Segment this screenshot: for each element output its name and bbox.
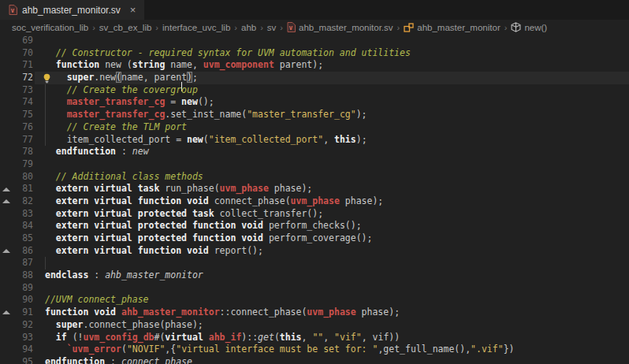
line-number[interactable]: 88	[13, 269, 33, 282]
code-line[interactable]: 74 master_transfer_cg = new();	[0, 96, 629, 109]
code-token: ,	[302, 332, 313, 343]
code-token	[116, 306, 121, 318]
line-number[interactable]: 70	[13, 47, 33, 60]
code-line[interactable]: 90//UVM connect_phase	[0, 294, 629, 306]
breadcrumb-item[interactable]: sv_cb_ex_lib	[99, 23, 151, 32]
code-line[interactable]: 69	[0, 35, 629, 47]
code-token: // Additional class methods	[45, 171, 203, 182]
code-line[interactable]: 95endfunction : connect_phase	[0, 356, 629, 364]
code-line[interactable]: 73 // Create the covergroup	[0, 84, 629, 97]
breadcrumb-separator-icon: ›	[230, 23, 241, 32]
code-text: endclass : ahb_master_monitor	[33, 269, 629, 282]
line-number[interactable]: 87	[13, 257, 33, 269]
line-number[interactable]: 71	[13, 59, 33, 72]
code-line[interactable]: 94 `uvm_error("NOVIF",{"virtual interfac…	[0, 344, 629, 356]
sv-file-icon: v	[287, 22, 296, 32]
gutter-triangle-icon[interactable]	[0, 183, 13, 195]
code-line[interactable]: 85 extern virtual protected function voi…	[0, 232, 629, 245]
code-line[interactable]: 87	[0, 257, 629, 269]
line-number[interactable]: 90	[13, 294, 33, 306]
code-line[interactable]: 81 extern virtual task run_phase(uvm_pha…	[0, 183, 629, 195]
line-number[interactable]: 77	[13, 134, 33, 147]
line-number[interactable]: 74	[13, 96, 33, 109]
tab-bar: v ahb_master_monitor.sv ×	[0, 0, 629, 20]
code-editor[interactable]: 6970 // Constructor - required syntax fo…	[0, 35, 629, 364]
line-number[interactable]: 80	[13, 171, 33, 184]
code-line[interactable]: 82 extern virtual function void connect_…	[0, 195, 629, 208]
gutter-glyph-margin	[0, 294, 13, 306]
gutter-triangle-icon[interactable]	[0, 306, 13, 319]
code-token: #(	[154, 332, 166, 343]
code-token: ::connect_phase(	[220, 306, 307, 318]
code-line[interactable]: 72 super.new(name, parent);	[0, 72, 629, 84]
code-line[interactable]: 70 // Constructor - required syntax for …	[0, 47, 629, 60]
code-text	[33, 158, 629, 171]
code-line[interactable]: 91function void ahb_master_monitor::conn…	[0, 306, 629, 319]
line-number[interactable]: 85	[13, 232, 33, 245]
code-line[interactable]: 88endclass : ahb_master_monitor	[0, 269, 629, 282]
breadcrumb-item[interactable]: ahb_master_monitor	[404, 23, 500, 32]
code-token: ahb_master_monitor	[105, 269, 203, 280]
line-number[interactable]: 84	[13, 220, 33, 232]
close-icon[interactable]: ×	[130, 5, 136, 15]
line-number[interactable]: 76	[13, 121, 33, 134]
code-token: function	[45, 59, 99, 70]
code-line[interactable]: 93 if (!uvm_config_db#(virtual ahb_if)::…	[0, 332, 629, 344]
line-number[interactable]: 75	[13, 109, 33, 121]
breadcrumb-item[interactable]: interface_uvc_lib	[162, 23, 230, 32]
line-number[interactable]: 91	[13, 306, 33, 319]
line-number[interactable]: 95	[13, 356, 33, 364]
breadcrumb-label: interface_uvc_lib	[162, 23, 230, 32]
code-line[interactable]: 78 endfunction : new	[0, 146, 629, 158]
code-line[interactable]: 86 extern virtual function void report()…	[0, 245, 629, 258]
line-number[interactable]: 72	[13, 72, 33, 84]
gutter-glyph-margin	[0, 220, 13, 232]
breadcrumb-item[interactable]: soc_verification_lib	[12, 23, 88, 32]
line-number[interactable]: 82	[13, 195, 33, 208]
code-token: // Create the TLM port	[45, 121, 187, 132]
line-number[interactable]: 94	[13, 344, 33, 356]
line-number[interactable]: 86	[13, 245, 33, 258]
line-number[interactable]: 93	[13, 332, 33, 344]
code-line[interactable]: 79	[0, 158, 629, 171]
gutter-glyph-margin	[0, 232, 13, 245]
code-token: extern virtual protected task	[45, 208, 214, 219]
line-number[interactable]: 79	[13, 158, 33, 171]
breadcrumb-item[interactable]: ahb	[241, 23, 256, 32]
code-line[interactable]: 75 master_transfer_cg.set_inst_name("mas…	[0, 109, 629, 121]
code-line[interactable]: 76 // Create the TLM port	[0, 121, 629, 134]
code-text: super.new(name, parent);	[33, 72, 629, 84]
code-line[interactable]: 92 super.connect_phase(phase);	[0, 319, 629, 332]
breadcrumb-item[interactable]: vahb_master_monitor.sv	[287, 22, 393, 32]
line-number[interactable]: 92	[13, 319, 33, 332]
code-token: (!	[67, 332, 84, 343]
line-number[interactable]: 78	[13, 146, 33, 158]
code-token: phase);	[269, 183, 312, 194]
code-token: (	[116, 72, 121, 83]
line-number[interactable]: 89	[13, 282, 33, 295]
code-token: (	[274, 332, 280, 343]
code-text: function void ahb_master_monitor::connec…	[33, 306, 629, 319]
breadcrumb-item[interactable]: sv	[267, 23, 277, 32]
line-number[interactable]: 73	[13, 84, 33, 97]
tab-ahb-master-monitor[interactable]: v ahb_master_monitor.sv ×	[0, 0, 144, 20]
code-line[interactable]: 80 // Additional class methods	[0, 171, 629, 184]
gutter-glyph-margin	[0, 72, 13, 84]
code-line[interactable]: 77 item_collected_port = new("item_colle…	[0, 134, 629, 147]
code-token: connect_phase(	[209, 195, 291, 206]
svg-text:v: v	[288, 24, 292, 32]
line-number[interactable]: 69	[13, 35, 33, 47]
code-line[interactable]: 84 extern virtual protected function voi…	[0, 220, 629, 232]
breadcrumb-separator-icon: ›	[88, 23, 99, 32]
gutter-triangle-icon[interactable]	[0, 245, 13, 258]
line-number[interactable]: 83	[13, 208, 33, 221]
line-number[interactable]: 81	[13, 183, 33, 195]
code-token: super	[45, 72, 94, 83]
code-token: );	[356, 134, 367, 145]
code-line[interactable]: 89	[0, 282, 629, 295]
breadcrumb-item[interactable]: new()	[511, 22, 547, 32]
code-line[interactable]: 83 extern virtual protected task collect…	[0, 208, 629, 221]
code-line[interactable]: 71 function new (string name, uvm_compon…	[0, 59, 629, 72]
sv-file-icon: v	[9, 5, 17, 15]
gutter-triangle-icon[interactable]	[0, 195, 13, 208]
